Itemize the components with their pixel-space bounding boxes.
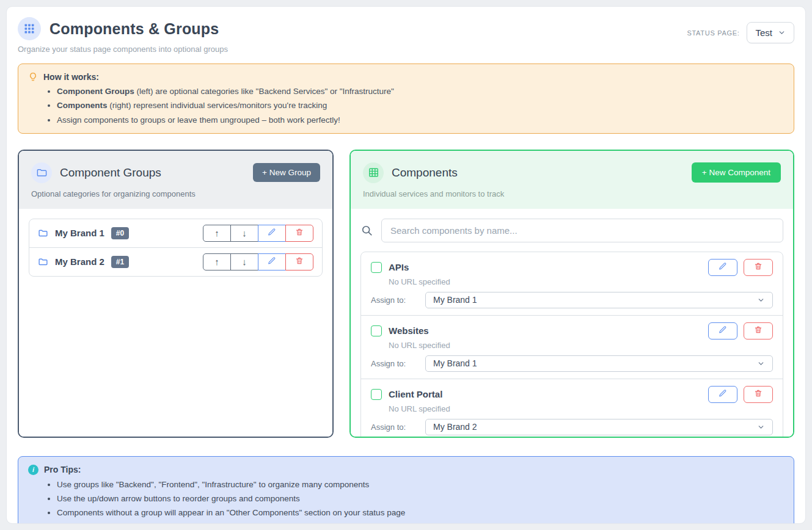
how-it-works-title: How it works: [43, 72, 99, 82]
component-checkbox[interactable] [371, 325, 382, 336]
group-list: My Brand 1 #0 ↑ ↓ [29, 219, 323, 277]
chevron-down-icon [778, 29, 786, 37]
status-page-value: Test [755, 27, 772, 38]
assigned-group-value: My Brand 1 [433, 358, 477, 368]
search-icon [360, 224, 373, 237]
group-name: My Brand 1 [55, 228, 104, 238]
move-down-button[interactable]: ↓ [230, 253, 258, 270]
apps-grid-icon [18, 17, 41, 40]
components-body: APIs No URL specified [351, 209, 793, 438]
trash-icon [295, 256, 304, 267]
status-page-picker: STATUS PAGE: Test [687, 22, 794, 43]
component-groups-header: Component Groups + New Group Optional ca… [19, 151, 332, 209]
edit-component-button[interactable] [708, 386, 737, 403]
table-grid-icon [363, 162, 384, 183]
pencil-icon [719, 325, 727, 336]
edit-component-button[interactable] [708, 259, 737, 276]
pencil-icon [719, 389, 727, 399]
component-groups-body: My Brand 1 #0 ↑ ↓ [19, 209, 332, 437]
assign-to-label: Assign to: [371, 359, 425, 368]
assign-to-label: Assign to: [371, 423, 425, 432]
edit-group-button[interactable] [258, 253, 286, 270]
new-component-button[interactable]: + New Component [692, 162, 781, 183]
how-it-works-list: Component Groups (left) are optional cat… [57, 86, 784, 126]
group-order-badge: #1 [111, 256, 129, 268]
group-row: My Brand 2 #1 ↑ ↓ [29, 247, 322, 276]
page-title: Components & Groups [49, 20, 219, 38]
component-url-note: No URL specified [389, 277, 773, 287]
pro-tips-bullet: Use the up/down arrow buttons to reorder… [57, 493, 784, 505]
component-search-row [360, 219, 783, 242]
move-up-button[interactable]: ↑ [203, 253, 231, 270]
component-url-note: No URL specified [389, 340, 773, 350]
group-name: My Brand 2 [55, 256, 104, 267]
search-components-input[interactable] [381, 219, 783, 242]
status-page-label: STATUS PAGE: [687, 29, 739, 37]
edit-component-button[interactable] [708, 322, 737, 339]
pro-tips-title: Pro Tips: [44, 465, 81, 474]
chevron-down-icon [757, 360, 765, 368]
pencil-icon [268, 228, 276, 238]
pro-tips-box: i Pro Tips: Use groups like "Backend", "… [18, 456, 794, 524]
lightbulb-icon [28, 72, 38, 82]
delete-component-button[interactable] [744, 322, 773, 339]
components-subtitle: Individual services and monitors to trac… [363, 189, 781, 198]
page-header: Components & Groups Organize your status… [18, 17, 794, 54]
delete-group-button[interactable] [285, 225, 313, 242]
folder-icon [38, 228, 48, 238]
page-subtitle: Organize your status page components int… [18, 45, 228, 54]
trash-icon [754, 325, 763, 336]
component-row: Client Portal No URL specified [361, 379, 783, 438]
assigned-group-value: My Brand 2 [433, 422, 477, 432]
components-panel: Components + New Component Individual se… [349, 150, 794, 438]
how-it-works-box: How it works: Component Groups (left) ar… [18, 64, 794, 134]
group-actions: ↑ ↓ [203, 253, 313, 270]
chevron-down-icon [757, 296, 765, 304]
component-groups-subtitle: Optional categories for organizing compo… [31, 189, 320, 198]
pro-tips-bullet: Components without a group will appear i… [57, 507, 784, 519]
delete-component-button[interactable] [744, 386, 773, 403]
status-page-select[interactable]: Test [747, 22, 794, 43]
component-checkbox[interactable] [371, 262, 382, 273]
move-down-button[interactable]: ↓ [230, 225, 258, 242]
assign-group-select[interactable]: My Brand 2 [425, 419, 773, 435]
move-up-button[interactable]: ↑ [203, 225, 231, 242]
assigned-group-value: My Brand 1 [433, 295, 477, 305]
how-it-works-bullet: Assign components to groups or leave the… [57, 115, 784, 126]
group-actions: ↑ ↓ [203, 225, 313, 242]
assign-to-label: Assign to: [371, 296, 425, 305]
group-row: My Brand 1 #0 ↑ ↓ [29, 219, 322, 247]
group-order-badge: #0 [111, 227, 129, 239]
component-url-note: No URL specified [389, 404, 773, 414]
folder-icon [31, 162, 52, 183]
component-row: APIs No URL specified [361, 252, 783, 315]
components-title: Components [392, 166, 458, 180]
component-row: Websites No URL specified [361, 315, 783, 379]
pro-tips-list: Use groups like "Backend", "Frontend", "… [57, 479, 784, 520]
delete-group-button[interactable] [285, 253, 313, 270]
component-groups-panel: Component Groups + New Group Optional ca… [18, 150, 334, 438]
new-group-button[interactable]: + New Group [253, 163, 320, 182]
pencil-icon [268, 256, 276, 267]
assign-group-select[interactable]: My Brand 1 [425, 355, 773, 372]
trash-icon [754, 262, 763, 272]
chevron-down-icon [757, 423, 765, 431]
delete-component-button[interactable] [744, 259, 773, 276]
component-list: APIs No URL specified [360, 252, 783, 438]
assign-group-select[interactable]: My Brand 1 [425, 292, 773, 308]
trash-icon [754, 389, 763, 399]
page-card: Components & Groups Organize your status… [6, 6, 806, 524]
folder-icon [38, 256, 48, 267]
component-groups-title: Component Groups [60, 166, 161, 180]
component-name: Websites [389, 325, 429, 336]
trash-icon [295, 228, 304, 238]
pencil-icon [719, 262, 727, 272]
component-checkbox[interactable] [371, 389, 382, 400]
page-header-left: Components & Groups Organize your status… [18, 17, 228, 54]
how-it-works-bullet: Components (right) represent individual … [57, 100, 784, 112]
how-it-works-bullet: Component Groups (left) are optional cat… [57, 86, 784, 98]
component-name: APIs [389, 262, 409, 272]
edit-group-button[interactable] [258, 225, 286, 242]
pro-tips-bullet: Use groups like "Backend", "Frontend", "… [57, 479, 784, 491]
panels-row: Component Groups + New Group Optional ca… [18, 150, 794, 438]
